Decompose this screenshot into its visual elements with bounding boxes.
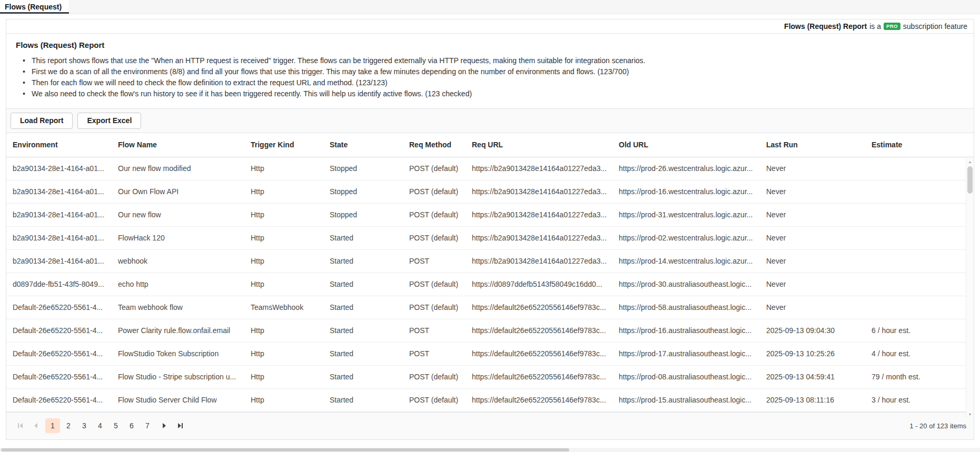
pager-page-5[interactable]: 5 [108, 418, 123, 433]
horizontal-scrollbar-thumb[interactable] [1, 448, 569, 451]
pager-page-2[interactable]: 2 [61, 418, 76, 433]
cell-estimate [865, 249, 974, 273]
cell-last-run: 2025-09-13 08:11:16 [760, 388, 865, 411]
cell-old-url: https://prod-14.westcentralus.logic.azur… [612, 249, 760, 273]
main-panel: Flows (Request) Report is a PRO subscrip… [6, 19, 974, 440]
tab-flows-request[interactable]: Flows (Request) [0, 0, 69, 14]
cell-estimate: 4 / hour est. [865, 342, 974, 365]
cell-req-url: https://default26e65220556146ef9783c... [466, 296, 612, 319]
pager-page-6[interactable]: 6 [124, 418, 139, 433]
table-row: b2a90134-28e1-4164-a01...Our new flowHtt… [6, 203, 974, 226]
go-to-first-page-icon [18, 423, 19, 428]
cell-req-method: POST [403, 342, 466, 365]
cell-old-url: https://prod-58.australiasoutheast.logic… [612, 296, 760, 319]
column-header-estimate[interactable]: Estimate [865, 133, 974, 157]
pager-prev-button [28, 418, 43, 433]
cell-state: Started [323, 249, 403, 273]
grid-toolbar: Load Report Export Excel [6, 109, 974, 133]
cell-environment: b2a90134-28e1-4164-a01... [6, 226, 112, 249]
cell-req-method: POST (default) [403, 296, 466, 319]
cell-trigger-kind: Http [244, 388, 323, 411]
cell-req-method: POST [403, 249, 466, 273]
scroll-down-icon[interactable]: ▼ [966, 410, 974, 418]
pager-next-button[interactable] [157, 418, 172, 433]
cell-flow-name: Our new flow modified [112, 157, 244, 180]
cell-state: Started [323, 365, 403, 388]
cell-flow-name: FlowHack 120 [112, 226, 244, 249]
cell-environment: b2a90134-28e1-4164-a01... [6, 180, 112, 203]
cell-old-url: https://prod-02.westcentralus.logic.azur… [612, 226, 760, 249]
cell-last-run: Never [760, 249, 865, 273]
cell-last-run: Never [760, 180, 865, 203]
cell-last-run: Never [760, 203, 865, 226]
report-bullet: Then for each flow we will need to check… [16, 77, 968, 88]
column-header-trigger-kind[interactable]: Trigger Kind [244, 133, 323, 157]
cell-environment: Default-26e65220-5561-4... [6, 388, 112, 411]
vertical-scrollbar[interactable]: ▲ ▼ [966, 158, 974, 418]
cell-flow-name: echo http [112, 273, 244, 296]
cell-trigger-kind: Http [244, 319, 323, 342]
cell-trigger-kind: Http [244, 157, 323, 180]
cell-req-method: POST (default) [403, 273, 466, 296]
cell-req-url: https://default26e65220556146ef9783c... [466, 342, 612, 365]
export-excel-button[interactable]: Export Excel [77, 113, 141, 129]
column-header-environment[interactable]: Environment [6, 133, 112, 157]
cell-last-run: Never [760, 273, 865, 296]
cell-state: Stopped [323, 203, 403, 226]
cell-trigger-kind: Http [244, 342, 323, 365]
cell-environment: b2a90134-28e1-4164-a01... [6, 203, 112, 226]
pager-page-3[interactable]: 3 [77, 418, 92, 433]
column-header-state[interactable]: State [323, 133, 403, 157]
cell-flow-name: Flow Studio - Stripe subscription u... [112, 365, 244, 388]
cell-trigger-kind: Http [244, 226, 323, 249]
column-header-flow-name[interactable]: Flow Name [112, 133, 244, 157]
horizontal-scrollbar[interactable] [0, 448, 980, 452]
cell-flow-name: Team webhook flow [112, 296, 244, 319]
cell-trigger-kind: Http [244, 203, 323, 226]
go-to-last-page-icon [182, 423, 183, 428]
cell-old-url: https://prod-16.australiasoutheast.logic… [612, 319, 760, 342]
previous-page-icon [34, 423, 37, 428]
scroll-up-icon[interactable]: ▲ [966, 158, 974, 165]
cell-state: Stopped [323, 180, 403, 203]
table-row: Default-26e65220-5561-4...Flow Studio Se… [6, 388, 974, 411]
table-row: Default-26e65220-5561-4...Flow Studio - … [6, 365, 974, 388]
cell-req-url: https://d0897ddefb5143f58049c16dd0... [466, 273, 612, 296]
cell-state: Started [323, 388, 403, 411]
cell-environment: Default-26e65220-5561-4... [6, 365, 112, 388]
pager-page-1[interactable]: 1 [45, 418, 60, 433]
tabstrip: Flows (Request) [0, 0, 980, 14]
cell-flow-name: Our new flow [112, 203, 244, 226]
table-row: b2a90134-28e1-4164-a01...Our Own Flow AP… [6, 180, 974, 203]
load-report-button[interactable]: Load Report [11, 113, 73, 129]
column-header-last-run[interactable]: Last Run [760, 133, 865, 157]
cell-state: Started [323, 226, 403, 249]
cell-estimate: 6 / hour est. [865, 319, 974, 342]
pager-last-button[interactable] [173, 418, 187, 433]
report-bullet: This report shows flows that use the "Wh… [16, 55, 968, 66]
cell-estimate [865, 157, 974, 180]
cell-old-url: https://prod-15.australiasoutheast.logic… [612, 388, 760, 411]
report-title: Flows (Request) Report [16, 41, 968, 49]
cell-trigger-kind: Http [244, 249, 323, 273]
go-to-first-page-icon [19, 423, 23, 428]
vertical-scrollbar-thumb[interactable] [967, 166, 973, 194]
cell-estimate: 79 / month est. [865, 365, 974, 388]
cell-environment: b2a90134-28e1-4164-a01... [6, 157, 112, 180]
cell-state: Started [323, 319, 403, 342]
column-header-req-url[interactable]: Req URL [466, 133, 612, 157]
table-row: Default-26e65220-5561-4...FlowStudio Tok… [6, 342, 974, 365]
cell-old-url: https://prod-26.westcentralus.logic.azur… [612, 157, 760, 180]
column-header-old-url[interactable]: Old URL [612, 133, 760, 157]
pager-page-4[interactable]: 4 [93, 418, 107, 433]
cell-req-method: POST (default) [403, 157, 466, 180]
cell-old-url: https://prod-30.australiasoutheast.logic… [612, 273, 760, 296]
next-page-icon [163, 423, 166, 428]
pager-page-7[interactable]: 7 [140, 418, 155, 433]
cell-req-url: https://default26e65220556146ef9783c... [466, 319, 612, 342]
column-header-req-method[interactable]: Req Method [403, 133, 466, 157]
table-row: Default-26e65220-5561-4...Team webhook f… [6, 296, 974, 319]
report-bullet: We also need to check the flow's run his… [16, 88, 968, 99]
table-row: b2a90134-28e1-4164-a01...webhookHttpStar… [6, 249, 974, 273]
cell-environment: d0897dde-fb51-43f5-8049... [6, 273, 112, 296]
